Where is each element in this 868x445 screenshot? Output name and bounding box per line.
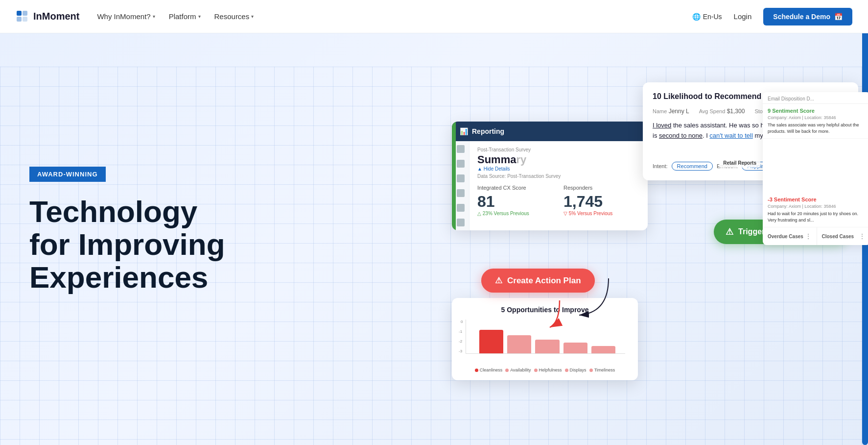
nav-right: 🌐 En-Us Login Schedule a Demo 📅 (692, 8, 852, 25)
positive-score: 9 Sentiment Score (768, 108, 866, 114)
intent-label: Intent: (653, 163, 668, 169)
cx-score-accent (452, 122, 456, 230)
post-transaction-label: Post-Transaction Survey (477, 147, 640, 152)
svg-rect-2 (17, 17, 22, 22)
legend-item: Availability (505, 368, 531, 372)
reporting-card-body: Post-Transaction Survey Summary ▲ Hide D… (452, 141, 648, 230)
opportunity-bar (507, 335, 531, 354)
responders-label: Responders (563, 185, 640, 191)
opportunity-bar (479, 330, 503, 354)
sidebar-grid-icon (457, 219, 465, 226)
overdue-cases: Overdue Cases ⋮ (763, 227, 817, 245)
retail-reports-label: Retail Reports (719, 158, 760, 168)
reporting-card: 📊 Reporting Post-Transaction Survey Summ… (452, 122, 648, 230)
schedule-demo-button[interactable]: Schedule a Demo 📅 (763, 8, 852, 25)
responders-metric: Responders 1,745 ▽ 5% Versus Previous (563, 185, 640, 216)
legend-item: Cleanliness (475, 368, 503, 372)
globe-icon: 🌐 (692, 13, 701, 21)
negative-meta: Company: Axiom | Location: 35846 (768, 204, 866, 209)
svg-rect-3 (23, 17, 27, 22)
calendar-icon: 📅 (834, 13, 843, 21)
opportunity-bar (563, 343, 587, 354)
positive-text: The sales associate was very helpful abo… (768, 122, 866, 134)
responders-value: 1,745 (563, 193, 640, 211)
negative-sentiment-item: -3 Sentiment Score Company: Axiom | Loca… (763, 193, 868, 227)
hero-title: Technology for Improving Experiences (29, 196, 225, 294)
reporting-card-header: 📊 Reporting (452, 122, 648, 141)
avg-spend: Avg Spend $1,300 (699, 108, 745, 115)
nav-links: Why InMoment? ▾ Platform ▾ Resources ▾ (97, 12, 254, 21)
customer-name: Name Jenny L (653, 108, 689, 115)
opportunities-card: 5 Opportunities to Improve 0 -1 -2 -3 Cl… (452, 298, 638, 380)
nav-left: InMoment Why InMoment? ▾ Platform ▾ Reso… (16, 10, 254, 24)
email-disposition-header: Email Disposition D... (763, 92, 868, 104)
sidebar-history-icon (457, 174, 465, 182)
cx-change-down: ▽ 5% Versus Previous (563, 211, 640, 216)
language-selector[interactable]: 🌐 En-Us (692, 13, 722, 21)
hero-section: AWARD-WINNING Technology for Improving E… (0, 33, 868, 445)
warning-icon: ⚠ (726, 226, 733, 237)
logo-icon (16, 10, 29, 24)
cx-change-up: △ 23% Versus Previous (477, 211, 554, 216)
sidebar-bookmark-icon (457, 189, 465, 197)
cx-score-label: Integrated CX Score (477, 185, 554, 191)
closed-cases: Closed Cases ⋮ (817, 227, 868, 245)
opportunity-bar (591, 346, 615, 354)
award-badge: AWARD-WINNING (29, 167, 106, 182)
opportunities-title: 5 Opportunities to Improve (460, 306, 630, 314)
chevron-down-icon: ▾ (153, 14, 155, 19)
opportunity-bar (535, 340, 559, 354)
legend-item: Helpfulness (534, 368, 562, 372)
cx-score-metric: Integrated CX Score 81 △ 23% Versus Prev… (477, 185, 554, 216)
negative-text: Had to wait for 20 minutes just to try s… (768, 211, 866, 223)
legend-item: Displays (565, 368, 586, 372)
nav-resources[interactable]: Resources ▾ (214, 12, 254, 21)
reporting-main: Post-Transaction Survey Summary ▲ Hide D… (469, 141, 648, 230)
action-warning-icon: ⚠ (495, 275, 502, 286)
chevron-down-icon: ▾ (251, 14, 254, 19)
navigation: InMoment Why InMoment? ▾ Platform ▾ Reso… (0, 0, 868, 33)
recommend-title: 10 Likelihood to Recommend (653, 92, 761, 101)
chevron-down-icon: ▾ (198, 14, 201, 19)
metrics-row: Integrated CX Score 81 △ 23% Versus Prev… (477, 185, 640, 216)
summary-text: Summary (477, 153, 640, 166)
svg-rect-0 (17, 11, 22, 16)
sentiment-panel: Email Disposition D... 9 Sentiment Score… (763, 92, 868, 245)
closed-menu-icon[interactable]: ⋮ (859, 232, 866, 240)
opportunities-legend: CleanlinessAvailabilityHelpfulnessDispla… (460, 368, 630, 372)
create-action-plan-button[interactable]: ⚠ Create Action Plan (481, 269, 595, 293)
svg-rect-1 (23, 11, 27, 16)
intent-tag[interactable]: Recommend (672, 162, 713, 171)
nav-platform[interactable]: Platform ▾ (169, 12, 201, 21)
legend-item: Timeliness (589, 368, 615, 372)
cant-wait-text: can't wait to tell (709, 132, 752, 139)
login-button[interactable]: Login (734, 12, 752, 21)
positive-meta: Company: Axiom | Location: 35846 (768, 115, 866, 120)
sidebar-folder-icon (457, 160, 465, 168)
mockups-area: 📊 Reporting Post-Transaction Survey Summ… (427, 33, 868, 445)
reporting-icon: 📊 (460, 127, 468, 135)
hero-content: AWARD-WINNING Technology for Improving E… (0, 127, 255, 351)
sidebar-chevron-icon (457, 145, 465, 153)
logo[interactable]: InMoment (16, 10, 79, 24)
positive-sentiment-item: 9 Sentiment Score Company: Axiom | Locat… (763, 104, 868, 139)
negative-score: -3 Sentiment Score (768, 197, 866, 202)
logo-text: InMoment (33, 11, 79, 22)
nav-why-inmoment[interactable]: Why InMoment? ▾ (97, 12, 155, 21)
hide-details[interactable]: ▲ Hide Details (477, 166, 640, 172)
cx-score-value: 81 (477, 193, 554, 211)
cases-row: Overdue Cases ⋮ Closed Cases ⋮ (763, 227, 868, 245)
data-source: Data Source: Post-Transaction Survey (477, 173, 640, 179)
overdue-menu-icon[interactable]: ⋮ (805, 232, 812, 240)
sidebar-filter-icon (457, 204, 465, 212)
